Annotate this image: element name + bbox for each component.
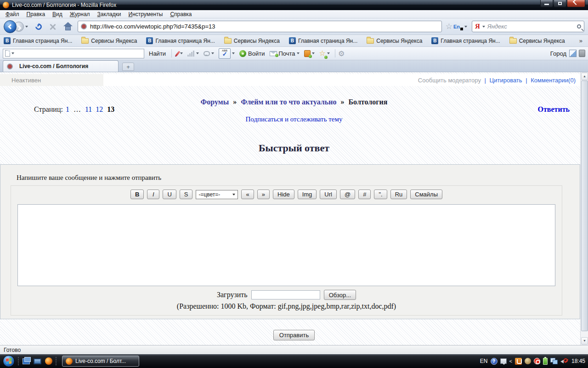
tab-live-co[interactable]: Live-co.com / Болтология [3, 60, 119, 72]
mail-button[interactable]: Почта [270, 50, 300, 57]
menu-bookmarks[interactable]: Закладки [94, 11, 125, 18]
login-button[interactable]: Войти [239, 50, 265, 57]
scrollbar[interactable]: ▲ ▼ [580, 72, 588, 345]
lang-indicator[interactable]: En [453, 24, 463, 29]
italic-button[interactable]: I [147, 190, 159, 199]
find-button[interactable]: Найти [149, 50, 166, 57]
laquo-button[interactable]: « [241, 190, 254, 199]
submit-button[interactable]: Отправить [273, 330, 315, 340]
toolbar-misc-icon[interactable] [579, 50, 585, 57]
menu-help[interactable]: Справка [166, 11, 195, 18]
java-tray-icon[interactable] [515, 358, 522, 365]
menu-view[interactable]: Вид [49, 11, 66, 18]
volume-muted-icon[interactable] [560, 358, 568, 364]
quote-button[interactable]: ". [374, 190, 387, 199]
bookmark-item[interactable]: ВГлавная страница Ян... [146, 37, 215, 44]
message-textarea[interactable] [17, 204, 555, 286]
back-button[interactable] [4, 20, 17, 33]
language-bar-icon[interactable] [500, 358, 507, 364]
page-link-11[interactable]: 11 [85, 105, 92, 113]
hide-button[interactable]: Hide [273, 190, 294, 199]
refresh-button[interactable] [33, 21, 45, 33]
underline-button[interactable]: U [163, 190, 176, 199]
toolbar-search-input[interactable] [16, 50, 142, 57]
menu-tools[interactable]: Инструменты [125, 11, 167, 18]
minimize-button[interactable] [540, 0, 553, 7]
url-button[interactable]: Url [320, 190, 337, 199]
help-tray-icon[interactable]: ? [491, 358, 498, 365]
url-input[interactable] [90, 23, 439, 30]
home-button[interactable] [62, 21, 74, 33]
restore-button[interactable] [554, 0, 566, 7]
history-dropdown-icon[interactable] [25, 26, 28, 28]
bookmark-item[interactable]: ВГлавная страница Ян... [289, 37, 357, 44]
bookmarks-overflow-chevron[interactable]: » [577, 37, 584, 44]
network-tray-icon[interactable] [550, 358, 558, 364]
tray-app-icon[interactable] [525, 358, 531, 364]
comments-tool-button[interactable] [204, 51, 214, 56]
page-link-12[interactable]: 12 [96, 105, 103, 113]
clock[interactable]: 18:45 [571, 358, 585, 364]
highlight-tool-button[interactable] [177, 51, 183, 57]
power-tray-icon[interactable] [543, 358, 548, 365]
tray-language-indicator[interactable]: EN [480, 358, 488, 364]
firefox-quicklaunch-icon[interactable] [45, 357, 52, 365]
bookmark-item[interactable]: ВГлавная страница Ян... [431, 37, 500, 44]
search-engine-dropdown-icon[interactable] [482, 26, 485, 28]
moderation-links: Сообщить модератору | Цитировать | Комме… [418, 77, 580, 84]
desktop-icon[interactable] [34, 358, 41, 364]
breadcrumb-section-link[interactable]: Флейм или то что актуально [241, 98, 336, 106]
show-desktop-icon[interactable] [23, 358, 30, 364]
toolbar-search-dropdown-icon[interactable] [11, 52, 14, 54]
favorites-button[interactable]: ☆ [319, 49, 330, 58]
menu-file[interactable]: Файл [2, 11, 23, 18]
scrollbar-thumb[interactable] [581, 80, 588, 331]
raquo-button[interactable]: » [257, 190, 270, 199]
city-button[interactable]: Город [550, 50, 566, 57]
stop-button[interactable] [47, 21, 58, 32]
menu-history[interactable]: Журнал [66, 11, 94, 18]
scroll-down-button[interactable]: ▼ [581, 337, 588, 345]
smiles-button[interactable]: Смайлы [410, 190, 442, 199]
close-button[interactable] [567, 0, 585, 7]
bookmark-folder[interactable]: Сервисы Яндекса [509, 38, 565, 44]
strike-button[interactable]: S [180, 190, 193, 199]
bold-button[interactable]: B [130, 190, 144, 199]
settings-gear-icon[interactable]: ⚙ [338, 49, 345, 58]
subscribe-link[interactable]: Подписаться и отслеживать тему [246, 115, 343, 123]
pagerank-button[interactable] [187, 50, 199, 57]
report-link[interactable]: Сообщить модератору [418, 77, 481, 84]
services-button[interactable] [304, 50, 315, 57]
page-link-1[interactable]: 1 [66, 105, 69, 113]
bookmark-star-icon[interactable]: ☆ [446, 22, 452, 31]
bookmark-folder[interactable]: Сервисы Яндекса [81, 38, 137, 44]
color-select[interactable]: -=цвет=- [196, 190, 238, 199]
lang-dropdown-icon[interactable] [464, 26, 467, 28]
yandex-logo[interactable]: Я [475, 23, 480, 30]
comments-link[interactable]: Комментарии(0) [531, 77, 576, 84]
search-icon[interactable] [577, 24, 581, 29]
start-button[interactable] [3, 355, 15, 367]
antivirus-tray-icon[interactable] [534, 358, 540, 364]
city-widget-icon[interactable] [569, 50, 577, 57]
menu-edit[interactable]: Правка [23, 11, 49, 18]
breadcrumb-forums-link[interactable]: Форумы [201, 98, 229, 106]
bookmark-folder[interactable]: Сервисы Яндекса [224, 38, 280, 44]
spellcheck-button[interactable]: ABB ✓ [219, 48, 235, 59]
browse-button[interactable]: Обзор... [324, 290, 356, 300]
new-tab-button[interactable]: + [122, 63, 134, 71]
subscribe-row: Подписаться и отслеживать тему [0, 115, 588, 123]
tray-expand-chevron[interactable]: < [509, 358, 512, 364]
taskbar-task-button[interactable]: Live-co.com / Болт... [62, 356, 139, 367]
reply-link[interactable]: Ответить [538, 105, 570, 114]
at-button[interactable]: @ [340, 190, 355, 199]
upload-input[interactable] [251, 290, 320, 299]
bookmark-folder[interactable]: Сервисы Яндекса [367, 38, 422, 44]
hash-button[interactable]: # [358, 190, 371, 199]
quote-link[interactable]: Цитировать [490, 77, 522, 84]
bookmark-item[interactable]: ВГлавная страница Ян... [4, 37, 72, 44]
ru-button[interactable]: Ru [390, 190, 407, 199]
scroll-up-button[interactable]: ▲ [581, 73, 588, 80]
img-button[interactable]: Img [298, 190, 317, 199]
search-input[interactable] [487, 23, 577, 30]
